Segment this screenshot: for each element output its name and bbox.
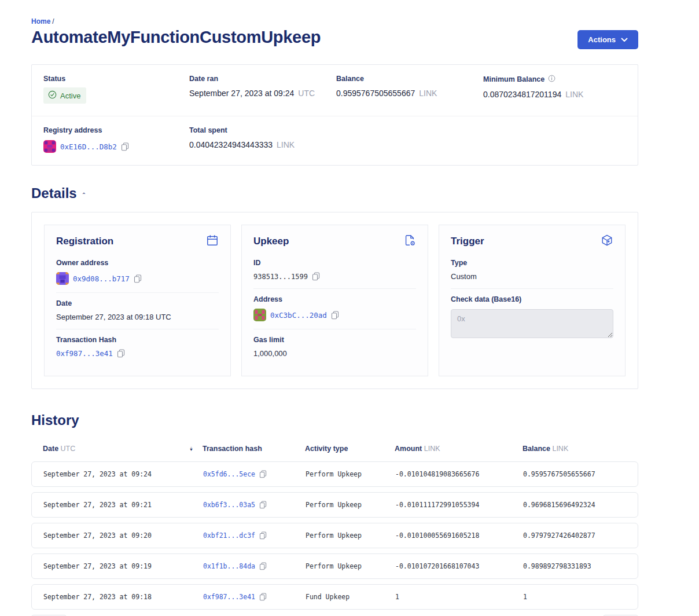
transaction-hash-label: Transaction Hash xyxy=(56,336,219,344)
row-balance: 1 xyxy=(523,593,638,601)
minimum-balance-field: Minimum Balance 0.0870234817201194LINK xyxy=(483,75,626,104)
row-tx-link[interactable]: 0x5fd6...5ece xyxy=(203,470,255,478)
balance-field: Balance 0.9595767505655667LINK xyxy=(336,75,483,104)
gas-limit-label: Gas limit xyxy=(253,336,416,344)
status-badge: Active xyxy=(43,87,86,104)
minimum-balance-value: 0.0870234817201194 xyxy=(483,90,561,99)
row-balance: 0.9696815696492324 xyxy=(523,501,638,509)
actions-button-label: Actions xyxy=(588,35,616,44)
copy-icon[interactable] xyxy=(259,470,267,478)
table-row: September 27, 2023 at 09:19 0x1f1b...84d… xyxy=(31,553,638,579)
gas-limit-value: 1,000,000 xyxy=(253,349,416,358)
actions-button[interactable]: Actions xyxy=(577,30,638,49)
row-tx-link[interactable]: 0xb6f3...03a5 xyxy=(203,501,255,509)
copy-icon[interactable] xyxy=(331,311,339,320)
total-spent-unit: LINK xyxy=(277,140,295,149)
details-title: Details xyxy=(31,185,77,201)
upkeep-page: Home/ AutomateMyFunctionCustomUpkeep Act… xyxy=(31,17,638,616)
col-date-label: Date xyxy=(43,445,58,453)
owner-address-field: Owner address 0x9d08...b717 xyxy=(56,252,219,292)
status-label: Status xyxy=(43,75,189,83)
sort-down-icon: ▼ xyxy=(189,449,193,451)
check-data-textarea[interactable] xyxy=(451,309,613,338)
upkeep-id-label: ID xyxy=(253,259,416,267)
balance-label: Balance xyxy=(336,75,483,83)
date-ran-value: September 27, 2023 at 09:24 xyxy=(189,89,294,98)
trigger-type-field: Type Custom xyxy=(451,252,613,288)
date-ran-unit: UTC xyxy=(298,89,315,98)
registration-card: Registration Owner address 0x9d08...b717 xyxy=(44,225,231,376)
history-table: Date UTC ▲ ▼ Transaction hash Activity t… xyxy=(31,445,638,616)
copy-icon[interactable] xyxy=(259,531,267,540)
document-gear-icon xyxy=(403,234,416,249)
registry-identicon xyxy=(43,140,56,153)
copy-icon[interactable] xyxy=(259,501,267,509)
row-activity: Perform Upkeep xyxy=(306,470,395,478)
row-date: September 27, 2023 at 09:20 xyxy=(32,531,203,540)
history-table-header: Date UTC ▲ ▼ Transaction hash Activity t… xyxy=(31,445,638,461)
row-tx-link[interactable]: 0xbf21...dc3f xyxy=(203,531,255,540)
upkeep-address-link[interactable]: 0xC3bC...20ad xyxy=(270,311,327,320)
row-tx-link[interactable]: 0xf987...3e41 xyxy=(203,593,255,601)
upkeep-title: Upkeep xyxy=(253,236,289,247)
transaction-hash-field: Transaction Hash 0xf987...3e41 xyxy=(56,329,219,365)
registry-address-link[interactable]: 0xE16D...D8b2 xyxy=(60,142,117,151)
col-activity-type-label: Activity type xyxy=(305,445,395,453)
row-activity: Fund Upkeep xyxy=(306,593,395,601)
page-title: AutomateMyFunctionCustomUpkeep xyxy=(31,28,321,47)
gas-limit-field: Gas limit 1,000,000 xyxy=(253,329,416,365)
row-tx-link[interactable]: 0x1f1b...84da xyxy=(203,562,255,570)
copy-icon[interactable] xyxy=(259,562,267,570)
chevron-up-icon[interactable]: ⌃ xyxy=(82,192,86,198)
date-ran-label: Date ran xyxy=(189,75,336,83)
info-icon[interactable] xyxy=(548,75,555,84)
row-balance: 0.9797927426402877 xyxy=(523,531,638,540)
total-spent-label: Total spent xyxy=(189,126,336,134)
owner-identicon xyxy=(56,272,69,285)
transaction-hash-link[interactable]: 0xf987...3e41 xyxy=(56,349,113,358)
copy-icon[interactable] xyxy=(134,274,142,283)
owner-address-link[interactable]: 0x9d08...b717 xyxy=(73,274,130,283)
history-title: History xyxy=(31,412,638,428)
upkeep-id-field: ID 938513...1599 xyxy=(253,252,416,288)
row-balance: 0.989892798331893 xyxy=(523,562,638,570)
row-date: September 27, 2023 at 09:19 xyxy=(32,562,203,570)
cube-icon xyxy=(601,234,613,249)
row-amount: -0.010104819083665676 xyxy=(395,470,523,478)
row-date: September 27, 2023 at 09:24 xyxy=(32,470,203,478)
registration-date-field: Date September 27, 2023 at 09:18 UTC xyxy=(56,292,219,329)
registry-address-field: Registry address 0xE16D...D8b2 xyxy=(43,126,189,153)
registration-date-value: September 27, 2023 at 09:18 UTC xyxy=(56,313,219,321)
col-balance-unit: LINK xyxy=(552,445,568,453)
copy-icon[interactable] xyxy=(259,593,267,601)
table-row: September 27, 2023 at 09:21 0xb6f3...03a… xyxy=(31,492,638,518)
summary-card: Status Active Date ran September 27, 202… xyxy=(31,64,638,166)
row-activity: Perform Upkeep xyxy=(306,562,395,570)
table-row: September 27, 2023 at 09:20 0xbf21...dc3… xyxy=(31,523,638,548)
registration-title: Registration xyxy=(56,236,113,247)
upkeep-address-identicon xyxy=(253,309,266,321)
owner-address-label: Owner address xyxy=(56,259,219,267)
minimum-balance-unit: LINK xyxy=(565,90,583,99)
row-activity: Perform Upkeep xyxy=(306,531,395,540)
trigger-title: Trigger xyxy=(451,236,484,247)
table-row: September 27, 2023 at 09:18 0xf987...3e4… xyxy=(31,584,638,610)
row-date: September 27, 2023 at 09:18 xyxy=(32,593,203,601)
upkeep-address-label: Address xyxy=(253,295,416,303)
status-badge-label: Active xyxy=(60,91,80,100)
trigger-type-value: Custom xyxy=(451,272,613,281)
breadcrumb: Home/ xyxy=(31,17,638,25)
calendar-icon xyxy=(206,234,219,249)
breadcrumb-home-link[interactable]: Home xyxy=(31,17,50,25)
row-activity: Perform Upkeep xyxy=(306,501,395,509)
copy-icon[interactable] xyxy=(121,142,129,151)
copy-icon[interactable] xyxy=(312,272,320,281)
total-spent-field: Total spent 0.04042324943443333LINK xyxy=(189,126,336,153)
copy-icon[interactable] xyxy=(117,349,125,358)
check-data-label: Check data (Base16) xyxy=(451,295,613,303)
details-card: Registration Owner address 0x9d08...b717 xyxy=(31,212,638,389)
col-transaction-hash-label: Transaction hash xyxy=(203,445,305,453)
upkeep-card: Upkeep ID 938513...1599 Address xyxy=(241,225,428,376)
chevron-down-icon xyxy=(621,35,628,44)
sort-toggle-icon[interactable]: ▲ ▼ xyxy=(189,446,193,451)
